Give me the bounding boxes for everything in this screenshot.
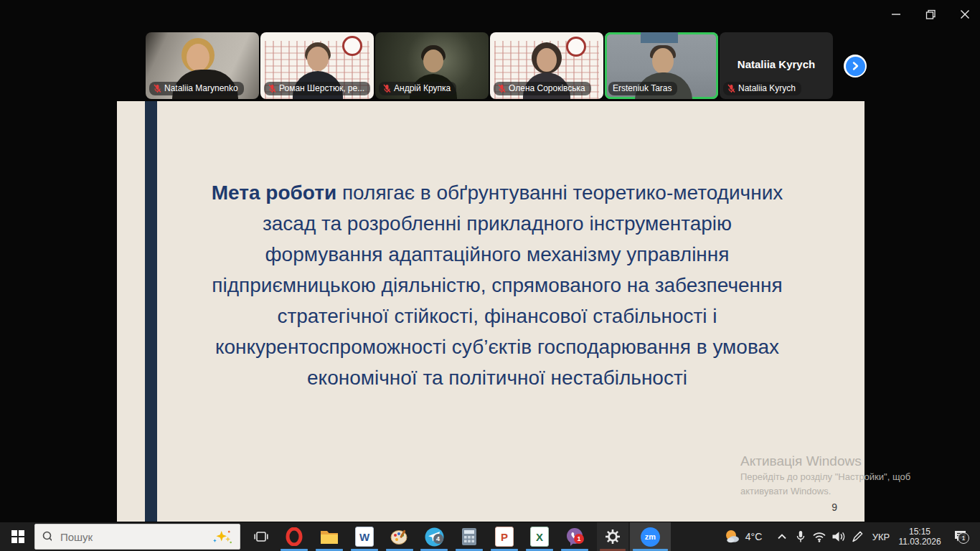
calculator-taskbar-button[interactable] — [453, 522, 486, 551]
picture-frame — [641, 32, 678, 43]
avatar — [652, 48, 674, 74]
clock-date: 11.03.2026 — [898, 537, 941, 547]
participant-tile[interactable]: Олена Сороківська — [490, 32, 603, 99]
tray-network-button[interactable] — [810, 522, 829, 551]
word-taskbar-button[interactable]: W — [348, 522, 381, 551]
chevron-right-icon — [850, 61, 860, 71]
slide-page-number: 9 — [831, 501, 837, 513]
file-explorer-icon — [320, 529, 339, 545]
paint-icon — [390, 528, 409, 545]
chevron-up-icon — [777, 533, 787, 540]
excel-icon: X — [530, 527, 549, 547]
language-indicator: УКР — [872, 532, 890, 542]
slide-lead-text: Мета роботи — [212, 182, 336, 204]
participant-name-label: Олена Сороківська — [494, 82, 591, 95]
tray-microphone-button[interactable] — [792, 522, 809, 551]
tray-overflow-button[interactable] — [773, 522, 791, 551]
participant-tile[interactable]: Nataliia Kyrych Nataliia Kyrych — [720, 32, 833, 99]
notification-center-button[interactable]: 1 — [946, 522, 976, 551]
calculator-icon — [461, 527, 477, 546]
participant-name-label: Nataliia Marynenko — [149, 82, 244, 95]
taskbar-search[interactable] — [34, 524, 240, 550]
gear-icon — [605, 529, 621, 545]
taskbar: W 4 — [0, 522, 980, 551]
slide-accent-bar — [145, 101, 157, 522]
avatar — [537, 48, 557, 72]
viber-badge: 1 — [574, 534, 584, 544]
participant-tile[interactable]: Nataliia Marynenko — [146, 32, 259, 99]
task-view-button[interactable] — [245, 522, 277, 551]
weather-temp: 4°C — [745, 531, 763, 542]
search-icon — [42, 531, 52, 542]
search-input[interactable] — [59, 530, 204, 544]
excel-taskbar-button[interactable]: X — [523, 522, 556, 551]
tray-clock-button[interactable]: 15:15 11.03.2026 — [895, 522, 944, 551]
participant-name-label: Ersteniuk Taras — [608, 82, 677, 95]
powerpoint-icon: P — [495, 527, 514, 547]
zoom-meeting-window: Nataliia Marynenko Роман Шерстюк, ре... — [0, 0, 980, 551]
weather-widget[interactable]: 4°C — [714, 522, 771, 551]
clock-time: 15:15 — [898, 527, 941, 537]
notification-badge: 1 — [958, 532, 969, 544]
mic-muted-icon — [727, 84, 735, 93]
university-logo — [566, 37, 586, 57]
word-icon: W — [355, 527, 374, 547]
close-icon — [960, 9, 970, 19]
task-view-icon — [254, 531, 268, 542]
next-participants-button[interactable] — [844, 55, 867, 77]
telegram-taskbar-button[interactable]: 4 — [418, 522, 451, 551]
windows-logo-icon — [11, 530, 24, 543]
tray-pen-button[interactable] — [849, 522, 866, 551]
telegram-badge: 4 — [433, 534, 443, 544]
powerpoint-taskbar-button[interactable]: P — [488, 522, 521, 551]
wifi-icon — [812, 531, 826, 542]
mic-muted-icon — [498, 84, 506, 93]
viber-taskbar-button[interactable]: 1 — [558, 522, 591, 551]
zoom-app-icon: zm — [641, 527, 660, 547]
speaker-icon — [831, 531, 846, 542]
minimize-icon — [891, 9, 901, 19]
tray-language-button[interactable]: УКР — [867, 522, 895, 551]
microphone-icon — [796, 530, 806, 543]
avatar — [307, 47, 329, 71]
close-button[interactable] — [954, 6, 976, 23]
weather-sun-cloud-icon — [723, 529, 740, 545]
minimize-button[interactable] — [885, 6, 907, 23]
mic-muted-icon — [383, 84, 391, 93]
participant-tile[interactable]: Андрій Крупка — [375, 32, 489, 99]
windows-activation-watermark: Активація Windows Перейдіть до розділу "… — [740, 453, 980, 499]
slide-body-text: Мета роботи полягає в обґрунтуванні теор… — [210, 177, 784, 393]
opera-icon — [285, 527, 303, 546]
participant-display-name: Nataliia Kyrych — [720, 58, 833, 70]
settings-taskbar-button[interactable] — [597, 522, 628, 551]
participant-name-label: Андрій Крупка — [379, 82, 456, 95]
restore-icon — [925, 9, 936, 20]
tray-volume-button[interactable] — [829, 522, 848, 551]
mic-muted-icon — [268, 84, 276, 93]
file-explorer-taskbar-button[interactable] — [313, 522, 346, 551]
paint-taskbar-button[interactable] — [383, 522, 416, 551]
start-button[interactable] — [4, 522, 32, 551]
slide-rest-text: полягає в обґрунтуванні теоретико-методи… — [212, 182, 783, 389]
pen-icon — [851, 530, 864, 543]
participant-filmstrip: Nataliia Marynenko Роман Шерстюк, ре... — [146, 32, 833, 99]
zoom-taskbar-button[interactable]: zm — [630, 522, 671, 551]
university-logo — [342, 36, 362, 56]
restore-button[interactable] — [920, 6, 941, 23]
participant-tile[interactable]: Роман Шерстюк, ре... — [260, 32, 374, 99]
search-highlights-sparkle-icon — [212, 527, 232, 546]
opera-taskbar-button[interactable] — [278, 522, 311, 551]
mic-muted-icon — [154, 84, 161, 93]
participant-name-label: Nataliia Kyrych — [723, 82, 801, 95]
participant-tile-active-speaker[interactable]: Ersteniuk Taras — [605, 32, 718, 99]
avatar — [423, 50, 443, 72]
participant-name-label: Роман Шерстюк, ре... — [264, 82, 370, 95]
